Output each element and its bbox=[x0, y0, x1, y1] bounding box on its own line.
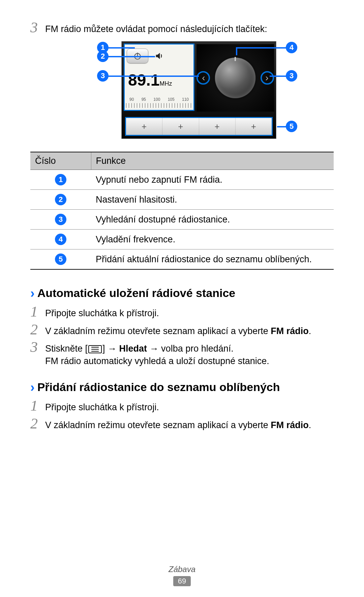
row-func: Vyladění frekvence. bbox=[91, 230, 334, 249]
step-text: FM rádio můžete ovládat pomocí následují… bbox=[45, 20, 334, 35]
sect2-step2: 2 V základním režimu otevřete seznam apl… bbox=[30, 416, 334, 431]
step-text: Stiskněte [] → Hledat → volba pro hledán… bbox=[45, 340, 334, 367]
step-number: 2 bbox=[30, 416, 45, 431]
table-row: 3Vyhledání dostupné rádiostanice. bbox=[30, 210, 334, 230]
row-func: Přidání aktuální rádiostanice do seznamu… bbox=[91, 249, 334, 270]
text: . bbox=[309, 420, 311, 430]
text: → volba pro hledání. bbox=[147, 344, 234, 354]
callout-2: 2 bbox=[97, 51, 109, 62]
step-3-control-buttons: 3 FM rádio můžete ovládat pomocí následu… bbox=[30, 20, 334, 35]
preset-slot[interactable]: + bbox=[162, 118, 199, 135]
text: Stiskněte [ bbox=[45, 344, 88, 354]
sect1-step2: 2 V základním režimu otevřete seznam apl… bbox=[30, 322, 334, 337]
frequency-value: 89.1 bbox=[128, 71, 159, 89]
sect1-step3: 3 Stiskněte [] → Hledat → volba pro hled… bbox=[30, 340, 334, 367]
menu-icon bbox=[88, 345, 102, 353]
step-text: Připojte sluchátka k přístroji. bbox=[45, 398, 334, 413]
tuning-dial[interactable] bbox=[215, 58, 255, 98]
ruler-tick: 105 bbox=[168, 97, 175, 102]
callout-3-left: 3 bbox=[97, 70, 109, 82]
preset-bar[interactable]: + + + + bbox=[125, 117, 273, 136]
chevron-right-icon: › bbox=[30, 381, 35, 394]
row-badge: 3 bbox=[55, 214, 66, 225]
frequency-ruler: 90 95 100 105 110 bbox=[126, 94, 192, 108]
table-row: 4Vyladění frekvence. bbox=[30, 230, 334, 249]
step-text: V základním režimu otevřete seznam aplik… bbox=[45, 322, 334, 337]
row-func: Vyhledání dostupné rádiostanice. bbox=[91, 210, 334, 230]
step-number: 1 bbox=[30, 398, 45, 413]
heading-text: Automatické uložení rádiové stanice bbox=[37, 287, 236, 300]
frequency-unit: MHz bbox=[159, 80, 172, 87]
speaker-icon bbox=[154, 51, 164, 61]
step-number: 3 bbox=[30, 20, 45, 35]
text: V základním režimu otevřete seznam aplik… bbox=[45, 420, 271, 430]
heading-text: Přidání rádiostanice do seznamu oblíbený… bbox=[37, 381, 280, 394]
footer-section: Zábava bbox=[0, 565, 364, 574]
text: ] → bbox=[102, 344, 119, 354]
row-badge: 1 bbox=[55, 174, 66, 185]
col-number-header: Číslo bbox=[30, 152, 91, 170]
step-number: 3 bbox=[30, 340, 45, 355]
text: FM rádio automaticky vyhledá a uloží dos… bbox=[45, 356, 269, 366]
row-badge: 2 bbox=[55, 194, 66, 205]
step-text: V základním režimu otevřete seznam aplik… bbox=[45, 416, 334, 431]
sect1-step1: 1 Připojte sluchátka k přístroji. bbox=[30, 304, 334, 319]
ruler-tick: 100 bbox=[153, 97, 160, 102]
step-number: 1 bbox=[30, 304, 45, 319]
action-name: Hledat bbox=[119, 344, 147, 354]
preset-slot[interactable]: + bbox=[126, 118, 162, 135]
row-badge: 5 bbox=[55, 253, 66, 265]
heading-auto-save: › Automatické uložení rádiové stanice bbox=[30, 287, 334, 300]
ruler-tick: 90 bbox=[129, 97, 134, 102]
seek-left-button[interactable]: ‹ bbox=[199, 71, 209, 85]
row-func: Nastavení hlasitosti. bbox=[91, 190, 334, 210]
seek-right-button[interactable]: › bbox=[262, 71, 272, 85]
tuning-area: ‹ › bbox=[196, 44, 274, 112]
page-number: 69 bbox=[173, 576, 191, 586]
preset-slot[interactable]: + bbox=[236, 118, 272, 135]
function-table: Číslo Funkce 1Vypnutí nebo zapnutí FM rá… bbox=[30, 152, 334, 270]
app-name: FM rádio bbox=[271, 326, 309, 336]
radio-display: 89.1MHz 90 95 100 105 110 bbox=[124, 43, 194, 111]
ruler-tick: 110 bbox=[182, 97, 189, 102]
text: . bbox=[309, 326, 311, 336]
heading-add-favorite: › Přidání rádiostanice do seznamu oblíbe… bbox=[30, 381, 334, 394]
step-text: Připojte sluchátka k přístroji. bbox=[45, 304, 334, 319]
callout-4: 4 bbox=[286, 42, 297, 53]
callout-5: 5 bbox=[286, 121, 297, 132]
sect2-step1: 1 Připojte sluchátka k přístroji. bbox=[30, 398, 334, 413]
row-func: Vypnutí nebo zapnutí FM rádia. bbox=[91, 170, 334, 190]
table-row: 5Přidání aktuální rádiostanice do seznam… bbox=[30, 249, 334, 270]
table-row: 1Vypnutí nebo zapnutí FM rádia. bbox=[30, 170, 334, 190]
row-badge: 4 bbox=[55, 234, 66, 245]
fm-radio-diagram: 89.1MHz 90 95 100 105 110 ‹ › + + + + bbox=[88, 39, 276, 144]
chevron-right-icon: › bbox=[30, 287, 35, 300]
table-row: 2Nastavení hlasitosti. bbox=[30, 190, 334, 210]
page-footer: Zábava 69 bbox=[0, 565, 364, 586]
col-function-header: Funkce bbox=[91, 152, 334, 170]
frequency-readout: 89.1MHz bbox=[128, 71, 190, 89]
ruler-tick: 95 bbox=[142, 97, 146, 102]
step-number: 2 bbox=[30, 322, 45, 337]
text: V základním režimu otevřete seznam aplik… bbox=[45, 326, 271, 336]
callout-3-right: 3 bbox=[286, 70, 297, 82]
preset-slot[interactable]: + bbox=[199, 118, 236, 135]
app-name: FM rádio bbox=[271, 420, 309, 430]
